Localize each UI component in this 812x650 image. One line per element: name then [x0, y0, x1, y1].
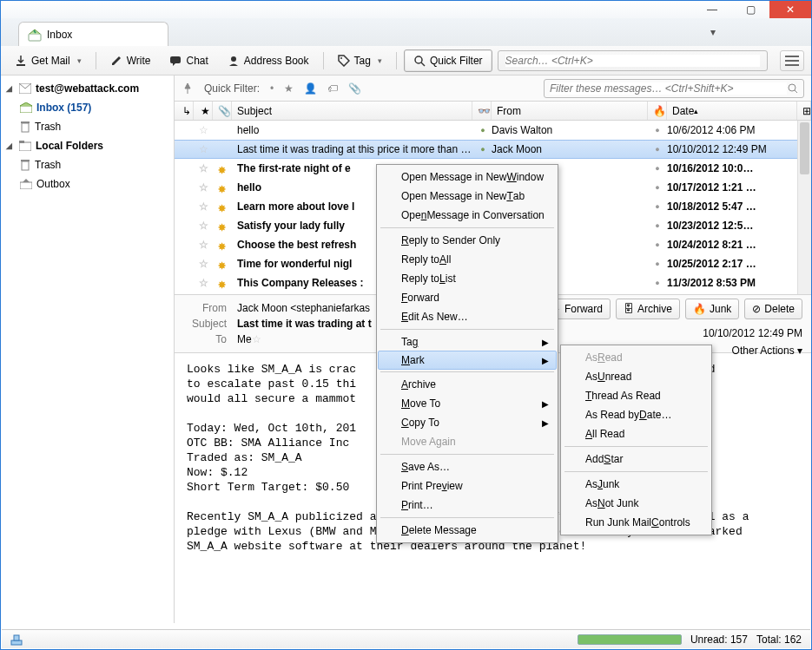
quick-filter-button[interactable]: Quick Filter — [404, 49, 492, 72]
menu-item[interactable]: Archive — [379, 375, 556, 394]
archive-button[interactable]: 🗄 Archive — [616, 299, 680, 319]
col-picker[interactable]: ⊞ — [797, 102, 811, 120]
qf-search-box[interactable] — [544, 79, 804, 98]
sidebar-trash-local[interactable]: Trash — [1, 155, 174, 174]
menu-item[interactable]: Mark▶ — [378, 351, 557, 370]
maximize-button[interactable]: ▢ — [731, 1, 769, 18]
menu-item[interactable]: Copy To▶ — [379, 413, 556, 432]
svg-point-4 — [340, 57, 342, 59]
tab-label: Inbox — [47, 29, 72, 41]
menu-item[interactable]: Open Message in Conversation — [379, 206, 556, 225]
scrollbar[interactable] — [797, 121, 811, 294]
star-icon[interactable]: ☆ — [194, 124, 213, 136]
message-row[interactable]: ☆Last time it was trading at this price … — [175, 140, 811, 159]
tab-strip: Inbox ▾ — [1, 18, 811, 46]
star-icon[interactable]: ☆ — [194, 220, 213, 232]
qf-star-icon[interactable]: ★ — [284, 82, 294, 95]
menu-item[interactable]: Save As… — [379, 457, 556, 476]
sidebar-account[interactable]: ◢test@webattack.com — [1, 79, 174, 98]
get-mail-button[interactable]: Get Mail▾ — [8, 50, 89, 71]
chat-button[interactable]: Chat — [162, 50, 215, 71]
menu-item[interactable]: Print… — [379, 496, 556, 515]
qf-tag-icon[interactable]: 🏷 — [327, 82, 338, 95]
search-box[interactable] — [498, 50, 768, 71]
menu-item[interactable]: Open Message in New Window — [379, 167, 556, 187]
menu-item[interactable]: Thread As Read — [563, 386, 710, 405]
menu-item[interactable]: Reply to Sender Only — [379, 231, 556, 250]
person-icon — [228, 55, 240, 67]
submenu-arrow-icon: ▶ — [542, 418, 549, 428]
menu-item[interactable]: Print Preview — [379, 476, 556, 496]
online-icon[interactable] — [10, 634, 23, 646]
menu-item[interactable]: Reply to All — [379, 250, 556, 269]
sidebar-trash[interactable]: Trash — [1, 117, 174, 136]
menu-item[interactable]: Edit As New… — [379, 307, 556, 326]
menu-item[interactable]: Open Message in New Tab — [379, 187, 556, 206]
junk-dot-icon: ● — [648, 126, 667, 135]
junk-button[interactable]: 🔥 Junk — [685, 299, 739, 319]
col-subject[interactable]: Subject — [232, 102, 472, 120]
search-input[interactable] — [505, 55, 760, 67]
svg-point-3 — [231, 56, 236, 62]
pin-icon[interactable] — [182, 82, 194, 95]
col-junk[interactable]: 🔥 — [648, 102, 667, 120]
qf-unread-icon[interactable]: • — [270, 82, 274, 95]
mail-icon — [19, 83, 31, 94]
col-star[interactable]: ★ — [194, 102, 213, 120]
address-book-button[interactable]: Address Book — [221, 50, 316, 71]
tag-button[interactable]: Tag▾ — [331, 50, 389, 71]
col-attach[interactable]: 📎 — [213, 102, 232, 120]
col-from[interactable]: From — [492, 102, 648, 120]
star-icon[interactable]: ☆ — [194, 143, 213, 155]
sidebar-local-folders[interactable]: ◢Local Folders — [1, 136, 174, 155]
qf-search-input[interactable] — [550, 82, 787, 95]
menu-item[interactable]: All Read — [563, 424, 710, 443]
correspondent-dot-icon: ● — [474, 126, 492, 135]
col-thread[interactable]: ↳ — [175, 102, 194, 120]
toolbar: Get Mail▾ Write Chat Address Book Tag▾ Q… — [1, 46, 811, 76]
context-submenu-mark: As ReadAs UnreadThread As ReadAs Read by… — [560, 345, 712, 535]
row-date: 10/17/2012 1:21 … — [667, 181, 797, 194]
star-icon[interactable]: ☆ — [194, 258, 213, 270]
menu-item[interactable]: Run Junk Mail Controls — [563, 513, 710, 532]
unread-icon — [218, 259, 227, 268]
star-icon[interactable]: ☆ — [194, 162, 213, 174]
menu-item[interactable]: Tag▶ — [379, 332, 556, 351]
svg-rect-12 — [21, 121, 30, 123]
star-icon[interactable]: ☆ — [194, 200, 213, 213]
qf-contact-icon[interactable]: 👤 — [304, 82, 317, 95]
menu-item[interactable]: Forward — [379, 288, 556, 307]
menu-item[interactable]: As Junk — [563, 475, 710, 494]
unread-icon — [218, 279, 227, 287]
junk-dot-icon: ● — [648, 240, 667, 249]
menu-item[interactable]: As Not Junk — [563, 494, 710, 513]
menu-item[interactable]: Reply to List — [379, 269, 556, 288]
unread-icon — [218, 183, 227, 192]
menu-item[interactable]: As Read by Date… — [563, 405, 710, 424]
menu-item[interactable]: Add Star — [563, 450, 710, 469]
sidebar-outbox[interactable]: Outbox — [1, 174, 174, 194]
svg-rect-14 — [19, 141, 24, 143]
other-actions-button[interactable]: Other Actions ▾ — [703, 342, 802, 359]
minimize-button[interactable]: — — [693, 1, 731, 18]
junk-dot-icon: ● — [648, 164, 667, 173]
write-button[interactable]: Write — [103, 50, 158, 71]
menu-item[interactable]: Move To▶ — [379, 394, 556, 413]
close-button[interactable]: ✕ — [769, 1, 811, 18]
sidebar-inbox[interactable]: Inbox (157) — [1, 98, 174, 117]
menu-item[interactable]: As Unread — [563, 367, 710, 386]
svg-rect-6 — [785, 56, 799, 57]
delete-button[interactable]: ⊘ Delete — [744, 299, 802, 319]
star-icon[interactable]: ☆ — [194, 277, 213, 289]
inbox-icon — [20, 102, 32, 113]
app-menu-button[interactable] — [780, 50, 804, 71]
tab-dropdown-icon[interactable]: ▾ — [710, 26, 716, 38]
col-date[interactable]: Date ▴ — [667, 102, 797, 120]
qf-attachment-icon[interactable]: 📎 — [348, 82, 361, 95]
col-read[interactable]: 👓 — [472, 102, 492, 120]
message-row[interactable]: ☆hello●Davis Walton●10/6/2012 4:06 PM — [175, 121, 811, 140]
star-icon[interactable]: ☆ — [194, 181, 213, 194]
menu-item[interactable]: Delete Message — [379, 521, 556, 540]
star-icon[interactable]: ☆ — [194, 239, 213, 251]
tab-inbox[interactable]: Inbox — [18, 22, 168, 46]
